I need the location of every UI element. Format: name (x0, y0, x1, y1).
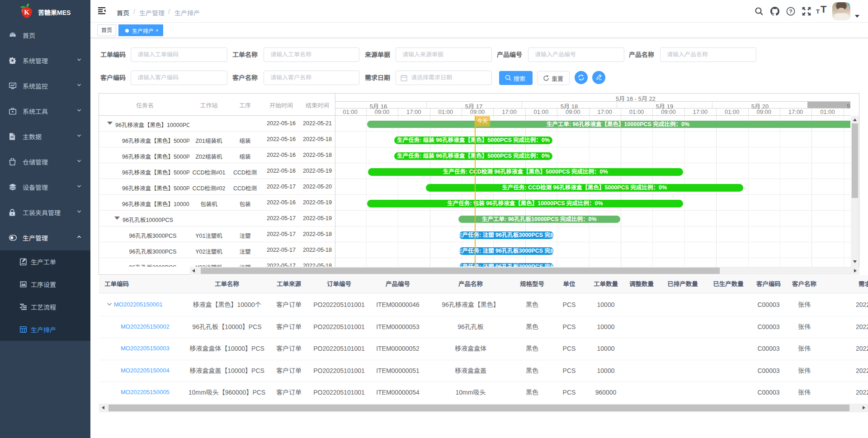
svg-text:K: K (24, 9, 29, 16)
svg-text:?: ? (789, 9, 792, 14)
